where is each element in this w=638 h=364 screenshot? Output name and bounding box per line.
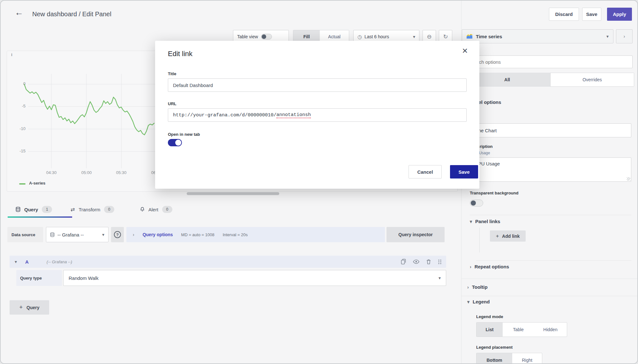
query-row-datasource: (-- Grafana --) <box>47 259 72 264</box>
url-text: http://your-grafana.com/d/000000010/ <box>173 113 276 118</box>
tab-alert-label: Alert <box>148 207 158 212</box>
divider <box>470 215 631 215</box>
add-link-button[interactable]: + Add link <box>490 230 526 242</box>
legend-section-header[interactable]: ▾ Legend <box>467 299 490 304</box>
link-url-label: URL <box>168 101 176 106</box>
drag-handle-icon[interactable] <box>438 259 442 265</box>
query-options-interval: Interval = 20s <box>223 232 248 237</box>
table-view-label: Table view <box>237 34 258 39</box>
collapse-options-button[interactable]: › <box>616 29 633 43</box>
chevron-down-icon: ▾ <box>470 219 472 224</box>
legend-placement-right[interactable]: Right <box>512 353 542 364</box>
options-tabs: All Overrides <box>464 73 634 87</box>
chevron-down-icon: ▾ <box>467 299 469 304</box>
timeseries-viz-icon <box>467 34 473 39</box>
bell-icon <box>140 207 145 212</box>
time-range-label: Last 6 hours <box>364 34 389 39</box>
section-indent-line <box>479 228 480 252</box>
save-dashboard-button[interactable]: Save <box>582 8 601 21</box>
plus-icon: + <box>496 233 499 239</box>
legend-placement-bottom[interactable]: Bottom <box>477 353 512 364</box>
visualization-picker[interactable]: Time series ▾ <box>462 29 613 43</box>
tab-alert[interactable]: Alert 0 <box>140 206 172 213</box>
clock-icon: ◷ <box>357 34 362 40</box>
x-tick: 05:00 <box>76 170 97 175</box>
link-title-input[interactable] <box>168 78 467 92</box>
legend-mode-table[interactable]: Table <box>503 323 534 337</box>
repeat-options-section-header[interactable]: › Repeat options <box>470 264 509 269</box>
options-search-input[interactable] <box>464 55 633 68</box>
query-inspector-button[interactable]: Query inspector <box>387 227 445 242</box>
tab-transform-label: Transform <box>79 207 100 212</box>
chevron-right-icon: › <box>133 232 134 237</box>
url-misspelled-text: annotationsh <box>276 112 311 118</box>
panel-links-label: Panel links <box>475 219 500 224</box>
plus-icon: + <box>19 304 23 311</box>
editor-tabs: Query 1 ⇄ Transform 0 Alert 0 <box>10 205 450 218</box>
tooltip-label: Tooltip <box>472 284 488 290</box>
add-query-label: Query <box>26 305 39 310</box>
legend-series-label[interactable]: A-series <box>29 181 45 186</box>
datasource-select[interactable]: -- Grafana -- ▾ <box>46 227 109 242</box>
datasource-value: -- Grafana -- <box>57 232 84 237</box>
tab-overrides[interactable]: Overrides <box>550 73 634 87</box>
x-tick: 05:30 <box>111 170 131 175</box>
transparent-background-label: Transparent background <box>470 191 518 195</box>
back-arrow-icon[interactable]: ← <box>15 8 23 18</box>
query-row-letter: A <box>25 259 29 265</box>
open-new-tab-toggle[interactable] <box>168 139 182 146</box>
query-options-md: MD = auto = 1008 <box>181 232 214 237</box>
tab-query-label: Query <box>24 207 38 212</box>
table-view-toggle[interactable] <box>261 34 272 40</box>
query-type-value: Random Walk <box>69 275 99 281</box>
close-icon[interactable]: × <box>462 46 468 55</box>
discard-button[interactable]: Discard <box>549 8 579 21</box>
modal-title: Edit link <box>168 50 192 58</box>
datasource-help-button[interactable]: ? <box>111 227 124 242</box>
modal-save-button[interactable]: Save <box>450 165 478 178</box>
query-type-label-box: Query type <box>16 270 62 286</box>
help-icon: ? <box>114 231 121 238</box>
panel-description-textarea[interactable]: CPU Usage <box>470 157 631 182</box>
legend-placement-group: Bottom Right <box>476 353 542 364</box>
cancel-button[interactable]: Cancel <box>409 165 442 178</box>
query-row-header[interactable]: ▾ A (-- Grafana --) <box>10 256 446 268</box>
transform-icon: ⇄ <box>71 207 75 213</box>
query-type-label: Query type <box>20 276 42 280</box>
horizontal-scrollbar[interactable] <box>187 192 279 195</box>
panel-title-input[interactable] <box>470 123 631 137</box>
duplicate-icon[interactable] <box>401 259 406 265</box>
tab-query[interactable]: Query 1 <box>16 206 52 213</box>
add-query-button[interactable]: + Query <box>10 300 49 315</box>
link-url-input[interactable]: http://your-grafana.com/d/000000010/anno… <box>168 108 467 122</box>
legend-swatch[interactable] <box>19 183 26 185</box>
section-divider <box>462 296 638 296</box>
refresh-icon: ↻ <box>443 33 448 40</box>
eye-icon[interactable] <box>413 259 419 264</box>
section-divider <box>462 279 638 279</box>
trash-icon[interactable] <box>426 259 431 265</box>
datasource-label: Data source <box>11 232 35 237</box>
query-options-label: Query options <box>143 232 173 237</box>
chevron-down-icon: ▾ <box>413 34 415 39</box>
grafana-edit-panel-screen: ← New dashboard / Edit Panel Discard Sav… <box>0 0 638 364</box>
tab-alert-badge: 0 <box>162 206 172 213</box>
legend-mode-hidden[interactable]: Hidden <box>534 323 567 337</box>
legend-label: Legend <box>473 299 490 304</box>
y-tick: 0 <box>14 81 26 86</box>
chevron-down-icon: ▾ <box>102 232 104 237</box>
legend-mode-list[interactable]: List <box>477 323 503 337</box>
zoom-out-icon: ⊖ <box>427 33 432 40</box>
y-tick: -15 <box>14 149 26 153</box>
tab-transform[interactable]: ⇄ Transform 0 <box>71 206 114 213</box>
panel-links-section-header[interactable]: ▾ Panel links <box>470 219 500 224</box>
tab-transform-badge: 0 <box>104 206 114 213</box>
textarea-resize-grip[interactable] <box>627 177 630 181</box>
repeat-options-label: Repeat options <box>475 264 509 269</box>
tooltip-section-header[interactable]: › Tooltip <box>467 284 488 290</box>
query-options-bar[interactable]: › Query options MD = auto = 1008 Interva… <box>126 227 385 242</box>
query-type-select[interactable]: Random Walk ▾ <box>63 270 446 286</box>
chevron-right-icon: › <box>467 285 469 290</box>
apply-button[interactable]: Apply <box>607 8 632 21</box>
transparent-background-toggle[interactable] <box>470 200 483 207</box>
